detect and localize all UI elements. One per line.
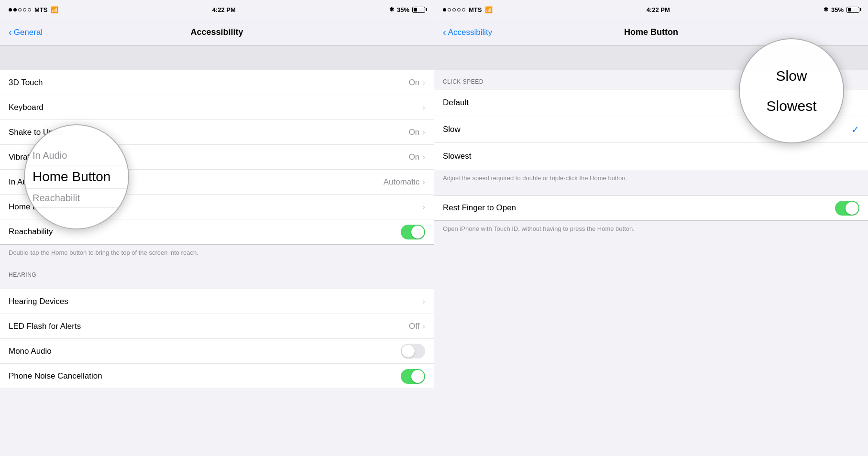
left-panel: MTS 📶 4:22 PM ✱ 35% ‹ General Accessibil… (0, 0, 434, 456)
dot4 (23, 8, 26, 11)
right-status-left: MTS 📶 (443, 6, 493, 13)
left-back-chevron: ‹ (9, 27, 12, 38)
row-home-button-chevron: › (422, 202, 425, 212)
rdot1 (443, 8, 446, 11)
phone-noise-knob (411, 370, 424, 383)
left-back-label: General (14, 28, 43, 37)
right-status-right: ✱ 35% (824, 6, 859, 13)
left-wifi-icon: 📶 (51, 6, 58, 13)
right-carrier: MTS (469, 6, 482, 13)
rest-finger-toggle[interactable] (835, 201, 859, 216)
row-3dtouch-label: 3D Touch (9, 78, 409, 87)
row-mono-audio-label: Mono Audio (9, 347, 401, 356)
row-mono-audio[interactable]: Mono Audio (0, 339, 434, 364)
hearing-settings-list: Hearing Devices › LED Flash for Alerts O… (0, 289, 434, 389)
right-battery (846, 7, 859, 13)
left-time: 4:22 PM (212, 6, 236, 13)
row-led-flash-chevron: › (422, 322, 425, 331)
row-keyboard-chevron: › (422, 103, 425, 112)
left-carrier: MTS (34, 6, 47, 13)
right-nav-back[interactable]: ‹ Accessibility (443, 27, 492, 38)
reachability-desc: Double-tap the Home button to bring the … (0, 245, 434, 263)
right-back-chevron: ‹ (443, 27, 446, 38)
speed-slow-checkmark: ✓ (851, 124, 859, 135)
left-magnify-circle: In Audio Home Button Reachabilit (24, 124, 129, 229)
left-battery-fill (414, 8, 418, 11)
left-status-left: MTS 📶 (9, 6, 58, 13)
left-mag-row-reach: Reachabilit (25, 189, 128, 208)
dot3 (18, 8, 22, 11)
dot2 (13, 8, 17, 11)
right-time: 4:22 PM (647, 6, 670, 13)
speed-slowest-label: Slowest (443, 152, 859, 161)
right-nav-title: Home Button (624, 27, 678, 37)
dot5 (28, 8, 31, 11)
right-battery-fill (848, 8, 852, 11)
right-battery-pct: 35% (831, 6, 844, 13)
row-3dtouch[interactable]: 3D Touch On › (0, 70, 434, 95)
speed-slowest-row[interactable]: Slowest (434, 143, 868, 170)
row-led-flash[interactable]: LED Flash for Alerts Off › (0, 314, 434, 339)
signal-dots (9, 8, 31, 11)
row-hearing-devices-chevron: › (422, 297, 425, 306)
left-mag-inner: In Audio Home Button Reachabilit (25, 146, 128, 208)
right-back-label: Accessibility (448, 28, 493, 37)
left-nav-bar: ‹ General Accessibility (0, 19, 434, 46)
left-status-right: ✱ 35% (389, 6, 425, 13)
left-bluetooth-icon: ✱ (389, 6, 394, 13)
rest-finger-list: Rest Finger to Open (434, 195, 868, 221)
row-phone-noise[interactable]: Phone Noise Cancellation (0, 364, 434, 389)
row-vibration-chevron: › (422, 152, 425, 162)
rest-finger-knob (846, 202, 858, 215)
row-shake-chevron: › (422, 128, 425, 137)
mono-audio-knob (402, 345, 415, 358)
row-rest-finger[interactable]: Rest Finger to Open (434, 195, 868, 220)
row-phone-noise-label: Phone Noise Cancellation (9, 371, 401, 381)
right-mag-slow: Slow (749, 61, 834, 91)
row-hearing-devices[interactable]: Hearing Devices › (0, 289, 434, 314)
left-mag-row-home: Home Button (25, 165, 128, 189)
right-mag-content: Slow Slowest (740, 52, 843, 130)
row-keyboard-label: Keyboard (9, 103, 422, 112)
left-top-gray (0, 46, 434, 70)
left-mag-row-audio: In Audio (25, 146, 128, 165)
rdot3 (452, 8, 456, 11)
phone-noise-toggle[interactable] (401, 369, 425, 384)
left-nav-title: Accessibility (190, 27, 243, 37)
row-3dtouch-chevron: › (422, 78, 425, 87)
row-led-flash-value: Off (409, 322, 419, 331)
row-vibration-value: On (409, 152, 420, 162)
left-status-bar: MTS 📶 4:22 PM ✱ 35% (0, 0, 434, 19)
rdot5 (462, 8, 465, 11)
row-shake-value: On (409, 128, 420, 137)
left-gray-fill (0, 389, 434, 456)
rest-finger-desc: Open iPhone with Touch ID, without havin… (434, 221, 868, 239)
row-3dtouch-value: On (409, 78, 420, 87)
rdot4 (457, 8, 461, 11)
right-wifi-icon: 📶 (485, 6, 493, 13)
right-gray-fill (434, 239, 868, 456)
reachability-knob (411, 226, 424, 239)
row-led-flash-label: LED Flash for Alerts (9, 322, 409, 331)
row-in-audio-value: Automatic (384, 177, 420, 187)
reachability-toggle[interactable] (401, 225, 425, 239)
left-battery-pct: 35% (397, 6, 409, 13)
hearing-section-header: HEARING (0, 263, 434, 282)
right-magnify-circle: Slow Slowest (739, 38, 844, 143)
right-mag-slowest: Slowest (749, 91, 834, 121)
row-keyboard[interactable]: Keyboard › (0, 95, 434, 120)
right-panel: MTS 📶 4:22 PM ✱ 35% ‹ Accessibility Home… (434, 0, 868, 456)
mono-audio-toggle[interactable] (401, 344, 425, 358)
row-rest-finger-label: Rest Finger to Open (443, 203, 835, 213)
right-status-bar: MTS 📶 4:22 PM ✱ 35% (434, 0, 868, 19)
row-hearing-devices-label: Hearing Devices (9, 297, 422, 306)
left-battery (412, 7, 425, 13)
dot1 (9, 8, 12, 11)
speed-description: Adjust the speed required to double or t… (434, 170, 868, 188)
left-nav-back[interactable]: ‹ General (9, 27, 43, 38)
right-signal-dots (443, 8, 465, 11)
right-bluetooth-icon: ✱ (824, 6, 828, 13)
row-in-audio-chevron: › (422, 177, 425, 187)
rdot2 (448, 8, 451, 11)
